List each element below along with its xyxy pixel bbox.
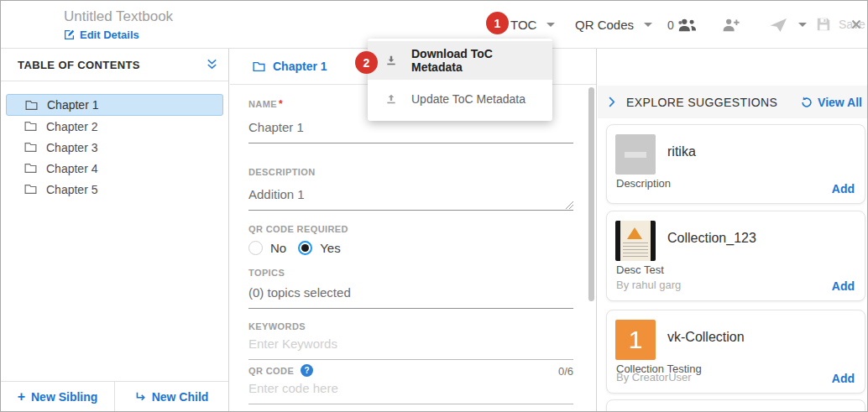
folder-icon [25,100,38,111]
menu-item-download-toc-metadata[interactable]: Download ToC Metadata [368,41,552,80]
edit-pencil-icon [64,29,75,40]
publish-caret-icon[interactable] [798,23,807,27]
collaborators-count-value: 0 [667,18,674,32]
edit-details-label: Edit Details [80,29,139,41]
save-icon[interactable] [816,17,831,32]
close-icon[interactable] [851,19,861,29]
topics-value: (0) topics selected [248,285,573,308]
number-thumbnail: 1 [615,320,656,360]
required-asterisk: * [279,98,283,110]
qr-code-label: QR CODE [248,366,294,376]
sidebar-item-chapter-1[interactable]: Chapter 1 [6,94,223,116]
qr-code-field-wrap [248,378,573,404]
folder-icon [24,142,37,153]
view-all-label: View All [818,96,862,109]
keywords-label: KEYWORDS [248,321,306,331]
description-field-wrap: Addition 1 [248,183,573,211]
toc-caret-icon[interactable] [546,23,555,27]
toc-panel-header: TABLE OF CONTENTS [1,49,228,81]
no-image-thumbnail [615,134,656,175]
description-label: DESCRIPTION [248,167,316,177]
qr-code-input[interactable] [248,381,573,404]
sidebar-item-chapter-3[interactable]: Chapter 3 [1,137,228,158]
publish-send-icon[interactable] [766,18,787,33]
chapter-list: Chapter 1 Chapter 2 Chapter 3 Chapter 4 … [1,81,228,200]
chapter-label: Chapter 5 [46,183,97,196]
toc-footer-buttons: + New Sibling New Child [1,381,228,411]
new-child-label: New Child [152,390,209,404]
chapter-label: Chapter 2 [46,120,97,133]
suggestion-card-partial[interactable] [606,399,865,411]
qr-required-radio-group: No Yes [248,241,341,255]
sidebar-item-chapter-2[interactable]: Chapter 2 [1,116,228,137]
menu-item-label: Download ToC Metadata [411,47,536,74]
edit-details-link[interactable]: Edit Details [64,29,139,41]
page-title: Untitled Textbook [64,8,173,25]
card-title: Collection_123 [667,231,756,246]
menu-item-update-toc-metadata[interactable]: Update ToC Metadata [368,80,552,118]
add-button[interactable]: Add [832,182,855,196]
step-badge-1: 1 [486,12,509,34]
description-textarea[interactable]: Addition 1 [248,187,573,210]
suggestions-header: EXPLORE SUGGESTIONS View All [598,86,867,118]
new-sibling-label: New Sibling [31,390,97,404]
card-byline: By rahul garg [616,279,681,291]
sidebar-item-chapter-5[interactable]: Chapter 5 [1,179,228,200]
qr-codes-dropdown-button[interactable]: QR Codes [575,1,634,49]
users-group-icon[interactable] [677,18,698,32]
new-child-button[interactable]: New Child [115,382,228,411]
chapter-label: Chapter 4 [46,162,97,175]
suggestion-card-ritika[interactable]: ritika Description Add [606,124,865,204]
help-icon[interactable]: ? [301,364,313,377]
table-of-contents-panel: TABLE OF CONTENTS Chapter 1 Chapter 2 Ch… [1,49,229,411]
collapse-all-icon[interactable] [206,58,218,70]
child-arrow-icon [135,391,146,402]
suggestions-title: EXPLORE SUGGESTIONS [626,96,777,109]
step-badge-2: 2 [355,51,378,74]
name-input[interactable] [248,120,573,143]
card-byline: By CreatorUser [616,371,692,383]
folder-icon [24,163,37,174]
menu-item-label: Update ToC Metadata [411,92,526,106]
collaborators-count: 0 [667,1,674,49]
toc-panel-title: TABLE OF CONTENTS [18,59,140,71]
card-title: ritika [667,144,696,159]
plus-icon: + [18,389,25,404]
toc-dropdown-menu: Download ToC Metadata Update ToC Metadat… [368,39,552,121]
radio-yes[interactable] [298,241,312,255]
folder-icon [253,61,265,72]
suggestion-card-vk-collection[interactable]: 1 vk-Collection Collection Testing By Cr… [606,310,865,394]
name-label: NAME* [248,98,283,110]
card-description: Description [616,177,671,190]
suggestion-card-collection-123[interactable]: Collection_123 Desc Test By rahul garg A… [606,211,865,301]
explore-suggestions-panel: EXPLORE SUGGESTIONS View All ritika Desc… [598,49,867,411]
keywords-field-wrap [248,336,573,360]
topics-selector[interactable]: (0) topics selected [248,282,573,309]
qr-codes-caret-icon[interactable] [644,23,652,27]
editor-scrollbar[interactable] [588,87,594,301]
card-title: vk-Collection [667,330,745,345]
topics-label: TOPICS [248,268,285,278]
card-description: Desc Test [616,263,664,276]
chapter-label: Chapter 1 [47,98,98,112]
radio-no-label: No [270,241,286,255]
radio-no[interactable] [248,241,263,255]
chevron-right-icon[interactable] [609,96,615,107]
breadcrumb-label: Chapter 1 [273,60,327,73]
qr-required-label: QR CODE REQUIRED [248,224,348,234]
add-button[interactable]: Add [832,279,855,293]
qr-code-label-row: QR CODE ? [248,364,313,377]
qr-codes-label: QR Codes [575,18,634,32]
upload-icon [384,92,398,106]
add-collaborator-icon[interactable] [720,18,740,32]
sidebar-item-chapter-4[interactable]: Chapter 4 [1,158,228,179]
book-cover-thumbnail [615,221,656,261]
add-button[interactable]: Add [832,372,855,385]
folder-icon [24,121,37,132]
view-all-link[interactable]: View All [801,86,862,118]
keywords-input[interactable] [248,336,573,359]
new-sibling-button[interactable]: + New Sibling [1,382,115,411]
download-icon [384,54,398,67]
app-window: Untitled Textbook Edit Details 1 TOC QR … [0,0,868,412]
resize-handle-icon[interactable] [566,201,573,209]
